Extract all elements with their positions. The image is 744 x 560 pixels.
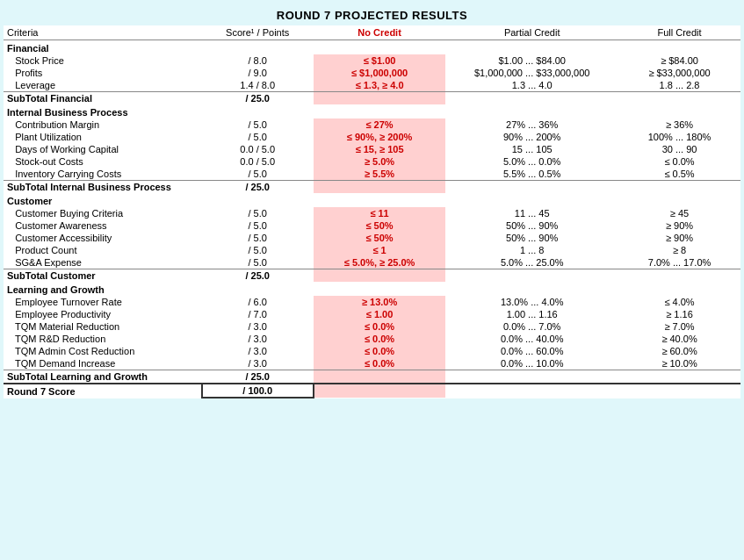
score-cell: / 5.0 [202,256,314,269]
no-credit-cell: ≤ $1,000,000 [314,67,445,79]
partial-cell: 5.0% ... 0.0% [445,155,618,168]
partial-cell: $1,000,000 ... $33,000,000 [445,67,618,79]
partial-cell: 1.3 ... 4.0 [445,79,618,92]
no-credit-cell: ≤ 0.0% [314,357,445,370]
col-full: Full Credit [618,25,740,40]
subtotal-row: SubTotal Customer / 25.0 [4,269,740,283]
full-cell: 100% ... 180% [618,131,740,143]
score-cell: / 6.0 [202,296,314,308]
score-cell: 0.0 / 5.0 [202,155,314,168]
results-table: Criteria Score¹ / Points No Credit Parti… [4,25,740,398]
criteria-cell: Leverage [4,79,202,92]
score-cell: / 5.0 [202,219,314,232]
subtotal-label: SubTotal Financial [4,92,202,105]
criteria-cell: Customer Awareness [4,219,202,232]
criteria-cell: Customer Accessibility [4,232,202,244]
full-cell: ≥ 1.16 [618,308,740,320]
criteria-cell: Inventory Carrying Costs [4,168,202,181]
table-row: Customer Buying Criteria / 5.0 ≤ 11 11 .… [4,207,740,219]
partial-cell: 13.0% ... 4.0% [445,296,618,308]
partial-cell: 1 ... 8 [445,244,618,256]
criteria-cell: Contribution Margin [4,118,202,131]
no-credit-cell: ≤ 1.3, ≥ 4.0 [314,79,445,92]
criteria-cell: Employee Turnover Rate [4,296,202,308]
partial-cell: 15 ... 105 [445,143,618,155]
full-cell: ≥ 8 [618,244,740,256]
table-row: Leverage 1.4 / 8.0 ≤ 1.3, ≥ 4.0 1.3 ... … [4,79,740,92]
subtotal-row: SubTotal Financial / 25.0 [4,92,740,105]
subtotal-label: SubTotal Learning and Growth [4,370,202,384]
partial-cell: 50% ... 90% [445,232,618,244]
score-cell: / 5.0 [202,244,314,256]
score-cell: / 8.0 [202,54,314,67]
full-cell: ≥ 7.0% [618,320,740,333]
score-cell: / 3.0 [202,333,314,345]
no-credit-cell: ≤ 1.00 [314,308,445,320]
criteria-cell: Stock-out Costs [4,155,202,168]
score-cell: / 9.0 [202,67,314,79]
score-cell: / 5.0 [202,118,314,131]
partial-cell: 90% ... 200% [445,131,618,143]
subtotal-no-credit [314,269,445,283]
full-cell: ≥ 90% [618,232,740,244]
table-row: Profits / 9.0 ≤ $1,000,000 $1,000,000 ..… [4,67,740,79]
criteria-cell: Stock Price [4,54,202,67]
round-score-no-credit [314,384,445,398]
section-label: Internal Business Process [4,104,740,118]
no-credit-cell: ≤ 1 [314,244,445,256]
table-row: Customer Awareness / 5.0 ≤ 50% 50% ... 9… [4,219,740,232]
section-header: Learning and Growth [4,282,740,296]
table-row: Inventory Carrying Costs / 5.0 ≥ 5.5% 5.… [4,168,740,181]
table-row: Plant Utilization / 5.0 ≤ 90%, ≥ 200% 90… [4,131,740,143]
table-row: TQM R&D Reduction / 3.0 ≤ 0.0% 0.0% ... … [4,333,740,345]
table-row: TQM Demand Increase / 3.0 ≤ 0.0% 0.0% ..… [4,357,740,370]
table-row: TQM Admin Cost Reduction / 3.0 ≤ 0.0% 0.… [4,345,740,357]
table-row: Product Count / 5.0 ≤ 1 1 ... 8 ≥ 8 [4,244,740,256]
no-credit-cell: ≥ 13.0% [314,296,445,308]
score-cell: / 3.0 [202,357,314,370]
full-cell: ≥ 10.0% [618,357,740,370]
main-window: ROUND 7 PROJECTED RESULTS Criteria Score… [0,0,744,560]
score-cell: / 5.0 [202,207,314,219]
score-cell: / 5.0 [202,131,314,143]
table-row: Stock Price / 8.0 ≤ $1.00 $1.00 ... $84.… [4,54,740,67]
partial-cell: 0.0% ... 10.0% [445,357,618,370]
full-cell: 30 ... 90 [618,143,740,155]
table-row: Contribution Margin / 5.0 ≤ 27% 27% ... … [4,118,740,131]
full-cell: ≥ $84.00 [618,54,740,67]
subtotal-label: SubTotal Customer [4,269,202,283]
full-cell: ≥ 60.0% [618,345,740,357]
criteria-cell: TQM Material Reduction [4,320,202,333]
full-cell: ≥ $33,000,000 [618,67,740,79]
full-cell: ≤ 4.0% [618,296,740,308]
partial-cell: 1.00 ... 1.16 [445,308,618,320]
section-header: Financial [4,40,740,55]
subtotal-score: / 25.0 [202,181,314,194]
partial-cell: 5.5% ... 0.5% [445,168,618,181]
subtotal-score: / 25.0 [202,370,314,384]
table-row: Days of Working Capital 0.0 / 5.0 ≤ 15, … [4,143,740,155]
section-header: Internal Business Process [4,104,740,118]
partial-cell: $1.00 ... $84.00 [445,54,618,67]
full-cell: ≥ 45 [618,207,740,219]
partial-cell: 27% ... 36% [445,118,618,131]
column-headers: Criteria Score¹ / Points No Credit Parti… [4,25,740,40]
criteria-cell: Plant Utilization [4,131,202,143]
full-cell: ≥ 40.0% [618,333,740,345]
page-title: ROUND 7 PROJECTED RESULTS [4,4,740,25]
subtotal-no-credit [314,92,445,105]
no-credit-cell: ≤ 0.0% [314,320,445,333]
full-cell: ≥ 36% [618,118,740,131]
no-credit-cell: ≤ 50% [314,232,445,244]
full-cell: ≥ 90% [618,219,740,232]
col-partial: Partial Credit [445,25,618,40]
full-cell: 1.8 ... 2.8 [618,79,740,92]
full-cell: ≤ 0.5% [618,168,740,181]
no-credit-cell: ≤ 27% [314,118,445,131]
section-label: Customer [4,193,740,207]
round-score-label: Round 7 Score [4,384,202,398]
criteria-cell: TQM R&D Reduction [4,333,202,345]
subtotal-row: SubTotal Internal Business Process / 25.… [4,181,740,194]
table-row: Employee Turnover Rate / 6.0 ≥ 13.0% 13.… [4,296,740,308]
col-score: Score¹ / Points [202,25,314,40]
